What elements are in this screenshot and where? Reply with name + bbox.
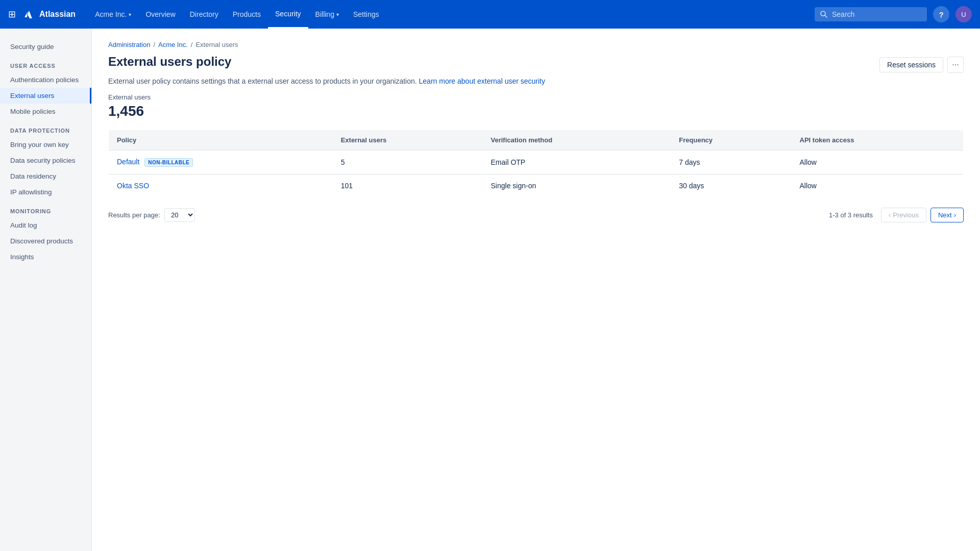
sidebar: Security guide USER ACCESS Authenticatio… (0, 29, 92, 551)
breadcrumb-sep-1: / (153, 41, 155, 48)
avatar[interactable]: U (955, 6, 972, 22)
pagination-controls: 1-3 of 3 results ‹ Previous Next › (829, 208, 964, 222)
top-navigation: ⊞ Atlassian Acme Inc.▾ Overview Director… (0, 0, 980, 29)
col-frequency: Frequency (671, 130, 791, 151)
org-chevron: ▾ (129, 12, 131, 17)
results-per-page: Results per page: 20 50 100 (108, 208, 195, 222)
row2-external-users: 101 (333, 174, 483, 197)
header-actions: Reset sessions ··· (879, 57, 964, 73)
policy-table: Policy External users Verification metho… (108, 130, 964, 197)
table-header: Policy External users Verification metho… (109, 130, 964, 151)
sidebar-section-data-protection: DATA PROTECTION (0, 119, 91, 137)
sidebar-item-data-residency[interactable]: Data residency (0, 168, 91, 184)
breadcrumb-administration[interactable]: Administration (108, 41, 150, 48)
row1-external-users: 5 (333, 151, 483, 174)
col-policy: Policy (109, 130, 333, 151)
logo-text: Atlassian (39, 10, 76, 19)
sidebar-security-guide[interactable]: Security guide (0, 39, 91, 55)
sidebar-section-user-access: USER ACCESS (0, 55, 91, 72)
col-external-users: External users (333, 130, 483, 151)
non-billable-badge: NON-BILLABLE (144, 158, 193, 167)
learn-more-link[interactable]: Learn more about external user security (419, 77, 545, 85)
sidebar-item-audit-log[interactable]: Audit log (0, 217, 91, 233)
search-box[interactable]: Search (815, 7, 927, 21)
sidebar-item-auth-policies[interactable]: Authentication policies (0, 72, 91, 88)
search-placeholder: Search (832, 10, 854, 18)
row2-policy: Okta SSO (109, 174, 333, 197)
breadcrumb: Administration / Acme Inc. / External us… (108, 41, 964, 48)
nav-links: Acme Inc.▾ Overview Directory Products S… (88, 0, 811, 29)
external-users-label: External users (108, 93, 964, 101)
sidebar-item-insights[interactable]: Insights (0, 249, 91, 265)
sidebar-item-discovered-products[interactable]: Discovered products (0, 233, 91, 249)
policy-okta-link[interactable]: Okta SSO (117, 182, 149, 190)
sidebar-item-ip-allowlisting[interactable]: IP allowlisting (0, 184, 91, 200)
row1-api-token: Allow (792, 151, 964, 174)
atlassian-logo[interactable]: Atlassian (22, 7, 76, 21)
nav-products[interactable]: Products (226, 0, 268, 29)
table-body: Default NON-BILLABLE 5 Email OTP 7 days … (109, 151, 964, 197)
billing-chevron: ▾ (336, 12, 339, 17)
svg-line-1 (825, 15, 827, 17)
external-users-count: 1,456 (108, 103, 964, 119)
row2-api-token: Allow (792, 174, 964, 197)
next-chevron-icon: › (954, 211, 956, 219)
row2-verification: Single sign-on (483, 174, 671, 197)
breadcrumb-sep-2: / (191, 41, 193, 48)
page-description: External user policy contains settings t… (108, 77, 964, 85)
row1-frequency: 7 days (671, 151, 791, 174)
nav-right: Search ? U (815, 6, 972, 22)
page-title: External users policy (108, 55, 231, 69)
more-options-button[interactable]: ··· (947, 57, 964, 73)
reset-sessions-button[interactable]: Reset sessions (879, 57, 943, 72)
results-per-page-label: Results per page: (108, 211, 160, 219)
main-content: Administration / Acme Inc. / External us… (92, 29, 980, 551)
main-layout: Security guide USER ACCESS Authenticatio… (0, 29, 980, 551)
nav-directory[interactable]: Directory (183, 0, 226, 29)
row1-policy: Default NON-BILLABLE (109, 151, 333, 174)
breadcrumb-acme[interactable]: Acme Inc. (158, 41, 188, 48)
breadcrumb-current: External users (195, 41, 238, 48)
nav-security[interactable]: Security (268, 0, 308, 29)
sidebar-item-external-users[interactable]: External users (0, 88, 91, 104)
help-button[interactable]: ? (933, 6, 949, 22)
results-per-page-select[interactable]: 20 50 100 (164, 208, 195, 222)
pagination-row: Results per page: 20 50 100 1-3 of 3 res… (108, 206, 964, 224)
row1-verification: Email OTP (483, 151, 671, 174)
previous-button[interactable]: ‹ Previous (881, 208, 926, 222)
page-header: External users policy Reset sessions ··· (108, 55, 964, 73)
org-dropdown[interactable]: Acme Inc.▾ (88, 0, 138, 29)
table-row: Default NON-BILLABLE 5 Email OTP 7 days … (109, 151, 964, 174)
next-button[interactable]: Next › (930, 208, 964, 222)
nav-overview[interactable]: Overview (138, 0, 182, 29)
table-row: Okta SSO 101 Single sign-on 30 days Allo… (109, 174, 964, 197)
sidebar-section-monitoring: MONITORING (0, 200, 91, 217)
col-verification: Verification method (483, 130, 671, 151)
grid-icon[interactable]: ⊞ (8, 9, 16, 20)
search-icon (820, 10, 828, 18)
policy-default-link[interactable]: Default (117, 158, 139, 166)
sidebar-item-mobile-policies[interactable]: Mobile policies (0, 104, 91, 119)
sidebar-item-data-security[interactable]: Data security policies (0, 153, 91, 168)
prev-chevron-icon: ‹ (889, 211, 891, 219)
pagination-info: 1-3 of 3 results (829, 211, 873, 219)
col-api-token: API token access (792, 130, 964, 151)
nav-settings[interactable]: Settings (346, 0, 386, 29)
nav-billing[interactable]: Billing▾ (308, 0, 346, 29)
sidebar-item-bring-own-key[interactable]: Bring your own key (0, 137, 91, 153)
row2-frequency: 30 days (671, 174, 791, 197)
